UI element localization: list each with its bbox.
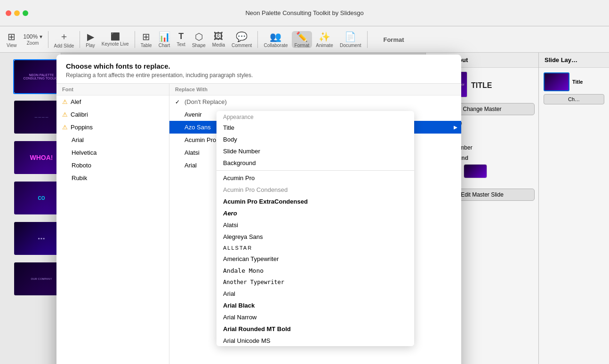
submenu-slide-number[interactable]: Slide Number [216,145,414,157]
font-item-helvetica[interactable]: Helvetica [56,146,169,159]
font-helvetica-label: Helvetica [72,149,96,156]
submenu-background[interactable]: Background [216,157,414,169]
submenu-acumin-pro[interactable]: Acumin Pro [216,172,414,184]
font-item-calibri[interactable]: ⚠ Calibri [56,108,169,121]
font-rubik-label: Rubik [72,174,87,182]
font-item-roboto[interactable]: Roboto [56,159,169,172]
submenu-divider [216,170,414,171]
submenu-alegreya-sans[interactable]: Alegreya Sans [216,231,414,243]
font-list-items: ⚠ Alef ⚠ Calibri ⚠ Poppins Arial [56,95,169,364]
window-controls[interactable] [0,10,28,16]
submenu-arial-narrow[interactable]: Arial Narrow [216,311,414,323]
app-title: Neon Palette Consulting Toolkit by Slide… [245,9,363,16]
alatsi-label: Alatsi [184,149,200,156]
font-alef-label: Alef [71,98,81,105]
submenu-arial-black[interactable]: Arial Black [216,300,414,311]
titlebar: Neon Palette Consulting Toolkit by Slide… [0,0,609,26]
submenu-acumin-pro-extracondensed[interactable]: Acumin Pro ExtraCondensed [216,196,414,207]
poppins-warning-icon: ⚠ [62,124,68,131]
submenu-american-typewriter[interactable]: American Typewriter [216,253,414,265]
font-roboto-label: Roboto [72,162,91,169]
submenu-acumin-pro-condensed[interactable]: Acumin Pro Condensed [216,184,414,196]
dialog-subtitle: Replacing a font affects the entire pres… [66,72,452,79]
submenu-alatsi[interactable]: Alatsi [216,219,414,231]
submenu-another-typewriter[interactable]: Another Typewriter [216,277,414,288]
dialog-title: Choose which fonts to replace. [66,62,452,70]
submenu-aero[interactable]: Aero [216,207,414,219]
avenir-label: Avenir [184,111,202,118]
font-list-panel: Font ⚠ Alef ⚠ Calibri ⚠ Poppins [56,84,169,364]
submenu-body[interactable]: Body [216,134,414,145]
font-column-header: Font [56,84,169,95]
submenu-title[interactable]: Title [216,122,414,134]
font-calibri-label: Calibri [71,111,88,118]
font-item-arial[interactable]: Arial [56,134,169,146]
alef-warning-icon: ⚠ [62,98,68,105]
submenu-arial-2[interactable]: Arial [216,288,414,300]
submenu-appearance-section: Appearance [216,111,414,122]
submenu-andale-mono[interactable]: Andale Mono [216,265,414,277]
replace-dont-replace[interactable]: ✓ (Don't Replace) [169,95,461,108]
azo-sans-submenu-arrow: ▶ [454,125,457,130]
dialog-header: Choose which fonts to replace. Replacing… [56,55,461,84]
dont-replace-label: (Don't Replace) [184,98,227,105]
submenu-allstar[interactable]: ALLSTAR [216,243,414,253]
font-poppins-label: Poppins [71,124,93,131]
azo-sans-label: Azo Sans [184,124,211,131]
submenu-arial-unicode-ms[interactable]: Arial Unicode MS [216,335,414,346]
dont-replace-check: ✓ [175,99,182,105]
submenu-arial-rounded-mt-bold[interactable]: Arial Rounded MT Bold [216,323,414,335]
font-item-rubik[interactable]: Rubik [56,172,169,184]
minimize-button[interactable] [14,10,20,16]
acumin-pro-label: Acumin Pro [184,136,216,143]
font-item-poppins[interactable]: ⚠ Poppins [56,121,169,134]
arial-replace-label: Arial [184,162,197,169]
calibri-warning-icon: ⚠ [62,111,68,118]
font-item-alef[interactable]: ⚠ Alef [56,95,169,108]
font-submenu: Appearance Title Body Slide Number Backg… [216,111,414,346]
dialog-overlay: Choose which fonts to replace. Replacing… [0,26,609,364]
replace-column-header: Replace With [169,84,461,95]
close-button[interactable] [6,10,11,16]
fullscreen-button[interactable] [23,10,28,16]
font-arial-label: Arial [72,136,84,143]
